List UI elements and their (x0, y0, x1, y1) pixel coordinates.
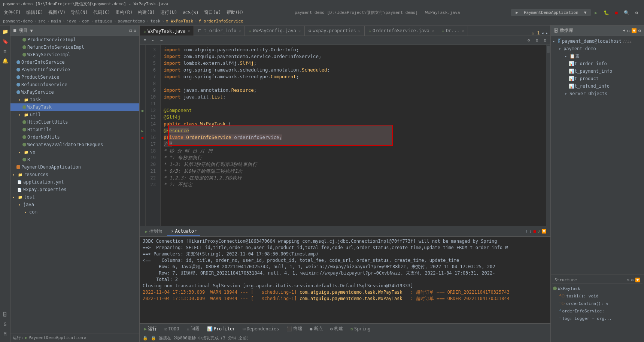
menu-run[interactable]: 运行(U) (158, 9, 180, 16)
tab-close[interactable]: ✕ (188, 29, 190, 33)
align-right[interactable]: ⇥ (158, 37, 165, 44)
tree-item[interactable]: HttpClientUtils (10, 118, 139, 126)
bc-orderinfoservice[interactable]: f orderInfoService (198, 19, 243, 24)
tree-item-resources[interactable]: ▾ 📁 resources (10, 171, 139, 178)
run-app-name[interactable]: PaymentDemoApplication (28, 335, 83, 340)
tree-item[interactable]: WxPayServiceImpl (10, 51, 139, 58)
run-close[interactable]: ✕ (84, 335, 86, 340)
db-tables-folder[interactable]: ▾ 📋 表 (551, 52, 644, 60)
nav-forward[interactable]: ▸ (546, 30, 548, 36)
scroll-down[interactable]: ↓ (529, 229, 532, 234)
bc-paymentdemo[interactable]: paymentdemo (118, 19, 145, 24)
build-button[interactable]: ⚙ 构建 (329, 325, 344, 333)
tab-wxpaytask[interactable]: ☕ WxPayTask.java ✕ (140, 26, 194, 36)
menu-window[interactable]: 窗口(W) (202, 9, 224, 16)
bc-atguigu[interactable]: atguigu (95, 19, 112, 24)
dependencies-button[interactable]: ⊞ Dependencies (241, 326, 280, 332)
menu-vcs[interactable]: VCS(S) (180, 9, 201, 16)
filter-console[interactable]: 🔽 (541, 229, 547, 234)
tree-item[interactable]: OrderInfoService (10, 58, 139, 66)
structure-task1[interactable]: f() task1(): void (553, 292, 642, 300)
db-tpaymentinfo[interactable]: 📊 t_payment_info (551, 67, 644, 75)
tab-controls[interactable]: ▶ 控制台 (141, 227, 166, 236)
structure-log[interactable]: f log: Logger = org... (553, 315, 642, 322)
collapse-all[interactable]: ⊟ (541, 37, 549, 44)
nav-back[interactable]: ◂ (541, 30, 544, 36)
tab-actuator[interactable]: ⚡ Actuator (167, 227, 200, 236)
tree-item[interactable]: ▾ com (10, 208, 139, 216)
gutter-run[interactable]: ▶ (140, 127, 145, 134)
tree-item[interactable]: WechatPay2ValidatorForReques (10, 141, 139, 148)
tree-item[interactable]: R (10, 156, 139, 163)
structure-settings[interactable]: ⚙ (631, 278, 634, 282)
code-content[interactable]: import com.atguigu.paymentdemo.entity.Or… (161, 45, 546, 226)
run-button[interactable]: ▶ (592, 9, 599, 16)
tree-item[interactable]: RefundInfoServiceImpl (10, 43, 139, 51)
tree-item-app[interactable]: PaymentDemoApplication (10, 163, 139, 171)
run-config-dropdown[interactable]: ▶ PaymentDemoApplication ▼ (511, 9, 591, 16)
spring-button[interactable]: ✿ Spring (349, 326, 372, 332)
profiler-button[interactable]: 📊 Profiler (206, 326, 237, 332)
bc-payment-demo[interactable]: payment-demo (3, 19, 33, 24)
tab-close[interactable]: ✕ (462, 29, 464, 33)
notification-icon[interactable]: 🔔 (1, 56, 10, 65)
menu-navigate[interactable]: 导航(N) (69, 9, 90, 16)
project-collapse[interactable]: ⊟ (130, 28, 132, 33)
tree-item[interactable]: WxPayService (10, 88, 139, 96)
db-refresh[interactable]: ↻ (627, 28, 630, 33)
structure-orderconfirm[interactable]: f() orderConfirm(): v (553, 300, 642, 307)
tab-close[interactable]: ✕ (358, 29, 361, 33)
stop-console[interactable]: ■ (534, 229, 536, 234)
tree-item[interactable]: PaymentInfoService (10, 66, 139, 73)
tab-orderinfoservice[interactable]: ☕ OrderInfoService.java ✕ (365, 26, 438, 36)
menu-help[interactable]: 帮助(H) (224, 9, 246, 16)
stop-button[interactable]: ■ (613, 9, 620, 16)
structure-filter[interactable]: 🔽 (635, 278, 640, 282)
structure-icon[interactable]: ≡ (1, 46, 10, 55)
tab-wxpayconfig[interactable]: ☕ WxPayConfig.java ✕ (245, 26, 305, 36)
db-localhost[interactable]: ▾ 🗄 payment_demo@localhost 7/32 (551, 37, 644, 45)
db-torderinfo[interactable]: 📊 t_order_info (551, 60, 644, 67)
tree-item[interactable]: HttpUtils (10, 126, 139, 133)
tree-item-test[interactable]: ▾ 📁 test (10, 193, 139, 201)
tab-close[interactable]: ✕ (432, 29, 434, 33)
tab-close[interactable]: ✕ (239, 29, 241, 33)
tree-item[interactable]: 📄 wxpay.properties (10, 186, 139, 193)
settings-gear[interactable]: ⚙ (525, 37, 532, 44)
bc-com[interactable]: com (82, 19, 89, 24)
menu-code[interactable]: 代码(C) (91, 9, 113, 16)
tab-or[interactable]: ☕ Or... ✕ (438, 26, 468, 36)
db-trefundinfo[interactable]: 📊 t_refund_info (551, 82, 644, 90)
bookmark-icon[interactable]: 🔖 (1, 37, 10, 46)
run-button-bottom[interactable]: ▶ 运行 (143, 325, 158, 333)
tree-item[interactable]: ProductServiceImpl (10, 36, 139, 43)
align-left[interactable]: ⇤ (149, 37, 157, 44)
structure-wxpaytask[interactable]: WxPayTask (553, 285, 642, 292)
bc-wxpaytask[interactable]: ⊕ WxPayTask (166, 19, 193, 24)
db-settings[interactable]: ⚙ (638, 28, 641, 33)
db-server-objects[interactable]: ▾ Server Objects (551, 90, 644, 97)
bc-main[interactable]: main (51, 19, 61, 24)
project-dropdown[interactable]: ▼ (30, 28, 33, 33)
tree-item-wxpaytask[interactable]: WxPayTask (10, 103, 139, 111)
project-settings[interactable]: ⚙ (134, 28, 136, 33)
tree-item[interactable]: OrderNoUtils (10, 133, 139, 141)
menu-file[interactable]: 文件(F) (1, 9, 23, 16)
tree-item[interactable]: RefundInfoService (10, 81, 139, 88)
tree-item[interactable]: ▾ java (10, 201, 139, 208)
structure-orderinfo[interactable]: f orderInfoService: (553, 307, 642, 315)
project-icon[interactable]: 📁 (1, 27, 10, 36)
bc-task[interactable]: task (151, 19, 161, 24)
todo-button[interactable]: ☑ TODO (163, 326, 180, 332)
console-content[interactable]: JDBC Connection [HikariProxyConnection@1… (140, 237, 550, 323)
terminal-button[interactable]: ⬛ 终端 (285, 325, 304, 333)
tree-item-util[interactable]: ▾ 📁 util (10, 111, 139, 118)
problems-button[interactable]: ⚠ 问题 (185, 325, 201, 333)
gradle-icon[interactable]: G (1, 320, 10, 329)
structure-sort[interactable]: ⇅ (627, 278, 630, 282)
tree-item-vo[interactable]: ▾ 📁 vo (10, 148, 139, 156)
maven-icon[interactable]: M (1, 329, 10, 338)
menu-edit[interactable]: 编辑(E) (24, 9, 46, 16)
tree-item[interactable]: 📄 application.yml (10, 178, 139, 186)
db-schema[interactable]: ▾ payment_demo (551, 45, 644, 52)
